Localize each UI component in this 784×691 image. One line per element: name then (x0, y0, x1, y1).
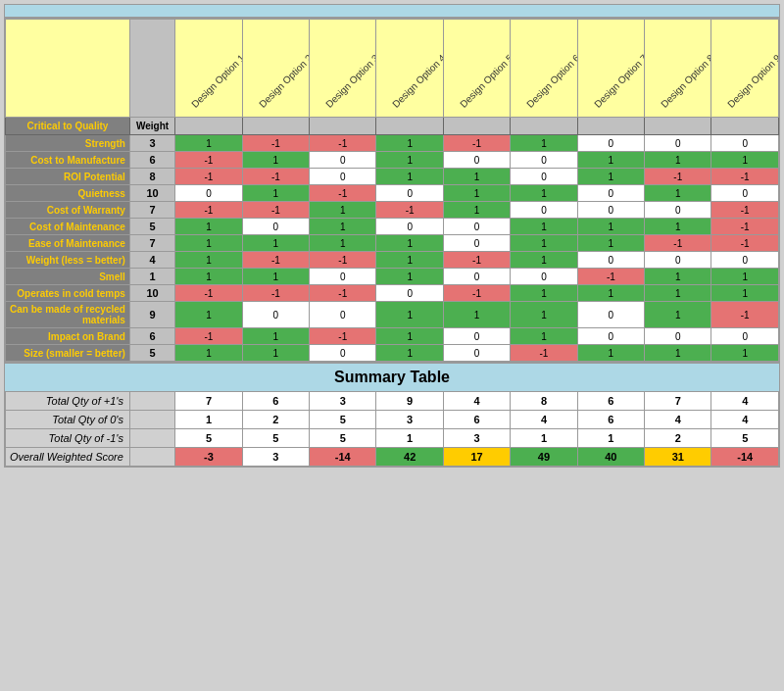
summary-value-r1-c3: 3 (310, 392, 376, 411)
summary-value-r2-c7: 6 (577, 411, 644, 429)
cell-r4-c5: 1 (443, 185, 510, 202)
cell-r8-c6: 1 (511, 252, 577, 269)
summary-row-3: Total Qty of -1's555131125 (6, 429, 779, 448)
cell-r9-c2: 1 (242, 269, 309, 285)
cell-r5-c2: -1 (242, 202, 309, 219)
corner-ctq (6, 20, 130, 118)
ctq-label-11: Can be made of recycled materials (6, 302, 130, 328)
data-row-11: Can be made of recycled materials9100111… (6, 302, 779, 328)
cell-r13-c7: 1 (577, 345, 644, 362)
cell-r4-c3: -1 (310, 185, 376, 202)
summary-value-r4-c4: 42 (376, 448, 443, 467)
cell-r10-c3: -1 (310, 285, 376, 302)
summary-table: Total Qty of +1's763948674Total Qty of 0… (5, 391, 779, 467)
cell-r9-c9: 1 (711, 269, 779, 285)
cell-r3-c7: 1 (577, 169, 644, 185)
cell-r13-c6: -1 (511, 345, 577, 362)
weight-value-1: 3 (129, 135, 174, 152)
cell-r12-c3: -1 (310, 328, 376, 345)
cell-r6-c8: 1 (645, 219, 711, 235)
cell-r13-c8: 1 (645, 345, 711, 362)
cell-r12-c7: 0 (577, 328, 644, 345)
cell-r11-c8: 1 (645, 302, 711, 328)
summary-value-r2-c8: 4 (645, 411, 711, 429)
summary-title: Summary Table (5, 362, 779, 391)
ctq-label-design-7 (577, 118, 644, 135)
cell-r9-c7: -1 (577, 269, 644, 285)
summary-value-r3-c7: 1 (577, 429, 644, 448)
weight-value-9: 1 (129, 269, 174, 285)
cell-r10-c7: 1 (577, 285, 644, 302)
cell-r8-c2: -1 (242, 252, 309, 269)
matrix-wrapper: Design Option 1Design Option 2Design Opt… (4, 18, 780, 468)
cell-r8-c5: -1 (443, 252, 510, 269)
ctq-label-design-8 (645, 118, 711, 135)
cell-r2-c9: 1 (711, 152, 779, 169)
cell-r6-c6: 1 (511, 219, 577, 235)
summary-empty-1 (129, 392, 174, 411)
design-option-header-6: Design Option 6 (511, 20, 577, 118)
data-row-6: Cost of Maintenance510100111-1 (6, 219, 779, 235)
design-option-header-4: Design Option 4 (376, 20, 443, 118)
cell-r4-c1: 0 (175, 185, 242, 202)
cell-r1-c2: -1 (242, 135, 309, 152)
design-option-header-9: Design Option 9 (711, 20, 779, 118)
cell-r3-c6: 0 (511, 169, 577, 185)
cell-r13-c2: 1 (242, 345, 309, 362)
ctq-label-3: ROI Potential (6, 169, 130, 185)
cell-r12-c6: 1 (511, 328, 577, 345)
summary-value-r3-c9: 5 (711, 429, 779, 448)
weight-value-2: 6 (129, 152, 174, 169)
cell-r13-c9: 1 (711, 345, 779, 362)
cell-r10-c5: -1 (443, 285, 510, 302)
cell-r3-c3: 0 (310, 169, 376, 185)
cell-r2-c4: 1 (376, 152, 443, 169)
data-row-7: Ease of Maintenance71111011-1-1 (6, 235, 779, 252)
cell-r11-c6: 1 (511, 302, 577, 328)
summary-value-r1-c1: 7 (175, 392, 242, 411)
ctq-label-design-3 (310, 118, 376, 135)
cell-r6-c3: 1 (310, 219, 376, 235)
summary-value-r1-c8: 7 (645, 392, 711, 411)
cell-r3-c1: -1 (175, 169, 242, 185)
summary-row-2: Total Qty of 0's125364644 (6, 411, 779, 429)
summary-value-r3-c8: 2 (645, 429, 711, 448)
cell-r11-c5: 1 (443, 302, 510, 328)
weight-value-4: 10 (129, 185, 174, 202)
title-bar (4, 4, 780, 18)
summary-value-r2-c1: 1 (175, 411, 242, 429)
cell-r3-c2: -1 (242, 169, 309, 185)
cell-r13-c4: 1 (376, 345, 443, 362)
cell-r12-c4: 1 (376, 328, 443, 345)
summary-value-r1-c4: 9 (376, 392, 443, 411)
data-row-13: Size (smaller = better)511010-1111 (6, 345, 779, 362)
ctq-label-design-2 (242, 118, 309, 135)
ctq-label-1: Strength (6, 135, 130, 152)
design-option-header-2: Design Option 2 (242, 20, 309, 118)
data-row-5: Cost of Warranty7-1-11-11000-1 (6, 202, 779, 219)
ctq-label-13: Size (smaller = better) (6, 345, 130, 362)
summary-value-r2-c4: 3 (376, 411, 443, 429)
cell-r5-c4: -1 (376, 202, 443, 219)
ctq-label-8: Weight (less = better) (6, 252, 130, 269)
data-row-10: Operates in cold temps10-1-1-10-11111 (6, 285, 779, 302)
cell-r10-c6: 1 (511, 285, 577, 302)
summary-value-r1-c9: 4 (711, 392, 779, 411)
summary-empty-3 (129, 429, 174, 448)
ctq-label-design-4 (376, 118, 443, 135)
cell-r5-c8: 0 (645, 202, 711, 219)
summary-empty-4 (129, 448, 174, 467)
summary-value-r4-c6: 49 (511, 448, 577, 467)
header-row: Design Option 1Design Option 2Design Opt… (6, 20, 779, 118)
summary-value-r4-c7: 40 (577, 448, 644, 467)
design-option-header-3: Design Option 3 (310, 20, 376, 118)
ctq-label-design-9 (711, 118, 779, 135)
summary-value-r3-c1: 5 (175, 429, 242, 448)
cell-r2-c1: -1 (175, 152, 242, 169)
cell-r4-c2: 1 (242, 185, 309, 202)
summary-label-1: Total Qty of +1's (6, 392, 130, 411)
data-row-1: Strength31-1-11-11000 (6, 135, 779, 152)
cell-r13-c5: 0 (443, 345, 510, 362)
weight-value-12: 6 (129, 328, 174, 345)
weight-value-13: 5 (129, 345, 174, 362)
